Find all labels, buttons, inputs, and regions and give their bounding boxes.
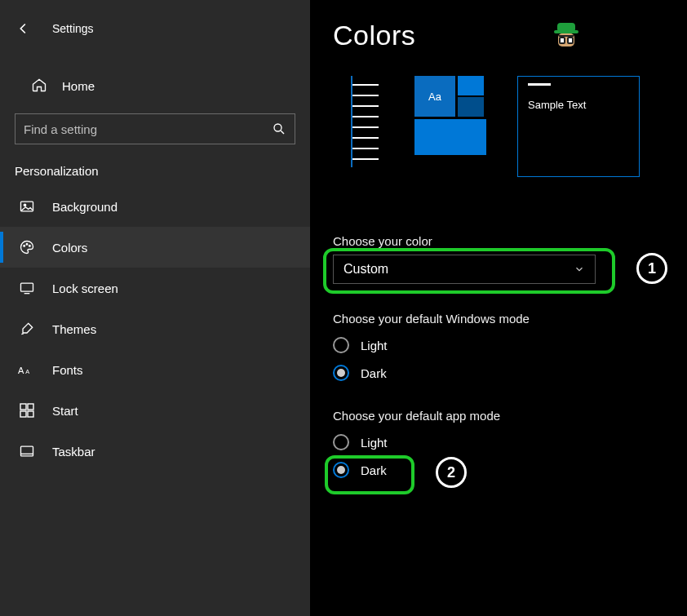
svg-text:A: A <box>18 366 24 375</box>
nav-label: Start <box>52 404 78 418</box>
radio-label: Light <box>361 339 388 352</box>
nav-item-background[interactable]: Background <box>0 186 310 227</box>
preview-tile-aa: Aa <box>414 76 455 117</box>
search-placeholder: Find a setting <box>24 122 97 136</box>
search-input[interactable]: Find a setting <box>15 113 295 144</box>
taskbar-icon <box>16 443 38 459</box>
choose-color-label: Choose your color <box>333 234 679 248</box>
brush-icon <box>16 321 38 337</box>
app-mode-option-light[interactable]: Light <box>333 434 679 450</box>
search-icon <box>272 122 286 136</box>
svg-rect-9 <box>20 404 26 410</box>
svg-rect-12 <box>28 411 33 417</box>
annotation-badge-1: 1 <box>636 253 667 284</box>
back-button[interactable] <box>10 15 38 42</box>
preview-tiles: Aa <box>414 76 494 157</box>
svg-point-3 <box>24 246 25 247</box>
home-icon <box>31 77 47 95</box>
palette-icon <box>16 239 38 255</box>
nav-label: Lock screen <box>52 281 118 295</box>
page-title: Colors <box>333 20 415 51</box>
app-mode-label: Choose your default app mode <box>333 409 679 423</box>
nav-item-fonts[interactable]: AA Fonts <box>0 349 310 390</box>
windows-mode-option-light[interactable]: Light <box>333 337 679 353</box>
start-icon <box>16 402 38 419</box>
section-title: Personalization <box>15 164 295 178</box>
svg-point-4 <box>26 243 28 245</box>
nav-item-lockscreen[interactable]: Lock screen <box>0 268 310 308</box>
annotation-highlight-2 <box>325 455 414 494</box>
arrow-left-icon <box>15 20 33 38</box>
annotation-badge-2: 2 <box>436 457 467 488</box>
svg-rect-10 <box>28 404 33 410</box>
preview-sample-text: Sample Text <box>528 99 629 111</box>
svg-point-2 <box>24 204 26 206</box>
nav-label: Fonts <box>52 363 83 377</box>
radio-label: Light <box>361 436 388 450</box>
mascot-icon <box>554 23 578 49</box>
nav-home-label: Home <box>62 79 95 93</box>
lockscreen-icon <box>16 280 38 296</box>
app-title: Settings <box>52 22 94 35</box>
font-icon: AA <box>16 361 38 378</box>
svg-text:A: A <box>25 368 29 375</box>
nav-item-taskbar[interactable]: Taskbar <box>0 431 310 472</box>
radio-label: Dark <box>361 366 387 380</box>
nav-item-themes[interactable]: Themes <box>0 308 310 349</box>
svg-rect-13 <box>21 446 33 456</box>
preview-start <box>333 76 392 167</box>
nav-label: Themes <box>52 322 96 336</box>
svg-point-0 <box>274 124 281 131</box>
preview-sample-window: Sample Text <box>517 76 640 177</box>
nav-list: Background Colors Lock screen Themes <box>0 186 310 472</box>
nav-label: Taskbar <box>52 445 95 459</box>
windows-mode-label: Choose your default Windows mode <box>333 312 679 326</box>
nav-item-colors[interactable]: Colors <box>0 227 310 268</box>
nav-label: Colors <box>52 241 87 255</box>
color-preview-row: Aa Sample Text <box>333 76 679 177</box>
nav-label: Background <box>52 200 117 214</box>
svg-rect-11 <box>20 411 26 417</box>
nav-item-start[interactable]: Start <box>0 390 310 431</box>
nav-home[interactable]: Home <box>0 69 310 104</box>
windows-mode-option-dark[interactable]: Dark <box>333 365 679 381</box>
main-panel: Colors Aa Sample Text Choose your color <box>310 0 687 616</box>
annotation-highlight-1 <box>323 248 615 294</box>
image-icon <box>16 198 38 215</box>
svg-point-5 <box>29 246 31 247</box>
settings-sidebar: Settings Home Find a setting Personaliza… <box>0 0 310 616</box>
svg-rect-6 <box>21 283 33 291</box>
